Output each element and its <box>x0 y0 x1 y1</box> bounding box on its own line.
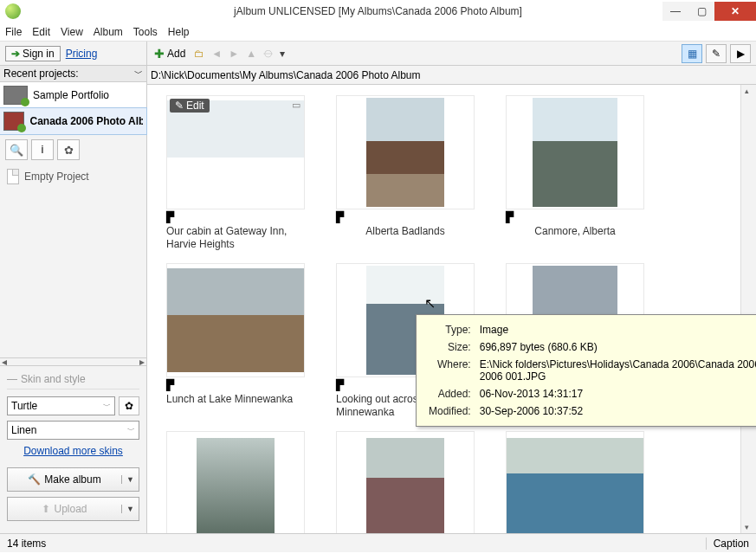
filter-icon[interactable]: ▾ <box>280 48 285 60</box>
hammer-icon: 🔨 <box>28 473 41 486</box>
thumbnail-image <box>167 268 304 372</box>
page-icon <box>7 169 19 184</box>
project-item-selected[interactable]: Canada 2006 Photo Album <box>0 108 146 134</box>
add-button[interactable]: ✚ Add <box>154 47 185 61</box>
make-album-button[interactable]: 🔨Make album ▼ <box>7 467 139 492</box>
thumbnail-caption: Lunch at Lake Minnewanka <box>166 393 305 406</box>
search-button[interactable]: 🔍 <box>5 139 28 160</box>
empty-label: Empty Project <box>24 171 89 183</box>
skin-header: —Skin and style <box>7 373 139 389</box>
nav-up-icon[interactable]: ▲ <box>246 48 256 60</box>
thumbnail-image <box>533 98 617 207</box>
titlebar: jAlbum UNLICENSED [My Albums\Canada 2006… <box>0 0 756 23</box>
edit-badge[interactable]: ✎Edit <box>170 99 210 113</box>
signin-label: Sign in <box>23 48 55 60</box>
signin-button[interactable]: ➔ Sign in <box>5 46 61 61</box>
nav-back-icon[interactable]: ◄ <box>211 48 222 60</box>
recent-label: Recent projects: <box>3 68 79 80</box>
pencil-icon: ✎ <box>175 100 184 112</box>
remove-icon[interactable]: ⦵ <box>263 48 273 60</box>
pricing-link[interactable]: Pricing <box>66 48 98 60</box>
upload-icon: ⬆ <box>42 503 50 515</box>
empty-project[interactable]: Empty Project <box>0 165 146 188</box>
toolbar: ➔ Sign in Pricing ✚ Add 🗀 ◄ ► ▲ ⦵ ▾ ▦ ✎ … <box>0 42 756 66</box>
thumbnail-caption: Alberta Badlands <box>336 225 475 238</box>
sequence-marker: ▛ <box>336 211 475 223</box>
thumbnail-cell[interactable] <box>336 431 475 533</box>
make-dropdown[interactable]: ▼ <box>121 475 139 484</box>
menu-edit[interactable]: Edit <box>32 26 50 38</box>
style-select[interactable]: Linen﹀ <box>7 421 139 440</box>
menubar: File Edit View Album Tools Help <box>0 23 756 42</box>
chevron-down-icon: ﹀ <box>134 68 143 80</box>
status-items: 14 items <box>7 537 46 550</box>
thumbnail-cell[interactable]: ▛Lunch at Lake Minnewanka <box>166 263 305 419</box>
menu-help[interactable]: Help <box>168 26 190 38</box>
thumbnail-image <box>366 98 444 207</box>
download-skins-link[interactable]: Download more skins <box>23 445 123 457</box>
project-thumb <box>3 112 24 131</box>
thumbnail-image <box>167 100 304 204</box>
tooltip-added: 06-Nov-2013 14:31:17 <box>476 386 756 402</box>
preview-button[interactable]: ▶ <box>730 44 751 63</box>
tooltip-size: 696,897 bytes (680.6 KB) <box>476 339 756 355</box>
settings-button[interactable]: ✿ <box>57 139 80 160</box>
nav-fwd-icon[interactable]: ► <box>229 48 239 60</box>
thumbnail-image <box>197 438 275 533</box>
thumbnail-caption: Our cabin at Gateway Inn, Harvie Heights <box>166 225 305 251</box>
tooltip-modified: 30-Sep-2006 10:37:52 <box>476 403 756 419</box>
upload-button[interactable]: ⬆Upload ▼ <box>7 497 139 521</box>
edit-button[interactable]: ✎ <box>706 44 727 63</box>
tooltip-where: E:\Nick folders\Pictures\Holidays\Canada… <box>476 357 756 384</box>
skin-value: Turtle <box>11 400 37 412</box>
thumbnail-caption: Canmore, Alberta <box>506 225 644 238</box>
pathbar[interactable]: D:\Nick\Documents\My Albums\Canada 2006 … <box>147 66 756 85</box>
thumbnail-image <box>366 438 444 533</box>
menu-file[interactable]: File <box>5 26 22 38</box>
arrow-icon: ➔ <box>11 48 20 60</box>
window-title: jAlbum UNLICENSED [My Albums\Canada 2006… <box>0 5 756 17</box>
menu-view[interactable]: View <box>61 26 83 38</box>
tooltip-type: Image <box>476 322 756 338</box>
sequence-marker: ▛ <box>166 211 305 223</box>
new-folder-icon[interactable]: 🗀 <box>194 48 204 60</box>
menu-tools[interactable]: Tools <box>133 26 158 38</box>
sequence-marker: ▛ <box>166 379 305 391</box>
thumbnail-cell[interactable] <box>166 431 305 533</box>
sidebar: Recent projects: ﹀ Sample Portfolio Cana… <box>0 66 147 533</box>
statusbar: 14 items Caption <box>0 533 756 552</box>
info-button[interactable]: i <box>31 139 54 160</box>
project-label: Canada 2006 Photo Album <box>29 115 143 127</box>
add-label: Add <box>167 48 185 60</box>
style-value: Linen <box>11 424 36 436</box>
thumbnail-image <box>507 438 643 533</box>
thumbnail-cell[interactable]: ✎Edit▭▛Our cabin at Gateway Inn, Harvie … <box>166 95 305 251</box>
menu-album[interactable]: Album <box>94 26 123 38</box>
project-label: Sample Portfolio <box>33 89 109 101</box>
plus-icon: ✚ <box>154 47 165 61</box>
thumbnail-cell[interactable]: ▛Alberta Badlands <box>336 95 475 251</box>
skin-select[interactable]: Turtle﹀ <box>7 396 115 415</box>
recent-header[interactable]: Recent projects: ﹀ <box>0 66 146 82</box>
sidebar-scrollbar[interactable]: ◂▸ <box>0 357 146 366</box>
vertical-scrollbar[interactable] <box>740 85 756 533</box>
folder-icon: ▭ <box>292 100 300 111</box>
status-caption[interactable]: Caption <box>706 537 749 550</box>
info-tooltip: Type:Image Size:696,897 bytes (680.6 KB)… <box>416 314 756 427</box>
project-thumb <box>3 86 28 105</box>
project-item[interactable]: Sample Portfolio <box>0 82 146 108</box>
view-grid-button[interactable]: ▦ <box>682 44 702 63</box>
upload-dropdown[interactable]: ▼ <box>121 505 139 513</box>
thumbnail-cell[interactable]: ▛Canmore, Alberta <box>506 95 644 251</box>
thumbnail-cell[interactable] <box>506 431 644 533</box>
skin-settings-button[interactable]: ✿ <box>119 396 139 415</box>
sequence-marker: ▛ <box>506 211 644 223</box>
main-area: D:\Nick\Documents\My Albums\Canada 2006 … <box>147 66 756 533</box>
